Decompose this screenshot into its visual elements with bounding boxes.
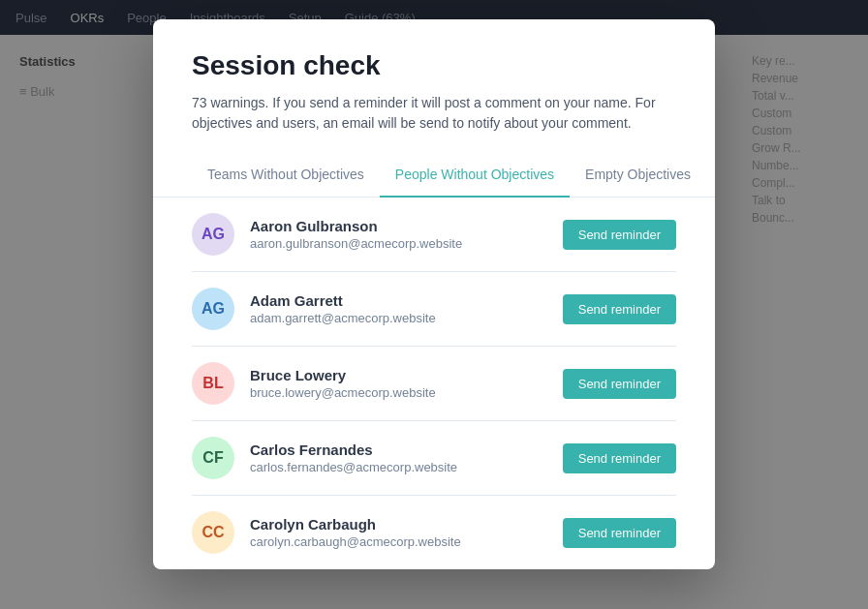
avatar: AG [192,288,234,330]
modal-subtitle: 73 warnings. If you send a reminder it w… [192,93,676,134]
person-row: AG Aaron Gulbranson aaron.gulbranson@acm… [192,198,676,272]
person-row: BL Bruce Lowery bruce.lowery@acmecorp.we… [192,347,676,421]
person-info: Bruce Lowery bruce.lowery@acmecorp.websi… [250,367,547,400]
send-reminder-button[interactable]: Send reminder [563,220,676,250]
person-name: Adam Garrett [250,292,547,309]
person-email: aaron.gulbranson@acmecorp.website [250,236,547,251]
person-info: Carolyn Carbaugh carolyn.carbaugh@acmeco… [250,516,547,549]
tab-people-without-objectives[interactable]: People Without Objectives [380,153,570,198]
people-list: AG Aaron Gulbranson aaron.gulbranson@acm… [153,198,715,569]
tab-empty-objectives[interactable]: Empty Objectives [570,153,706,198]
session-check-modal: Session check 73 warnings. If you send a… [153,19,715,569]
person-row: CF Carlos Fernandes carlos.fernandes@acm… [192,421,676,496]
person-info: Adam Garrett adam.garrett@acmecorp.websi… [250,292,547,325]
person-email: carlos.fernandes@acmecorp.website [250,460,547,474]
person-row: AG Adam Garrett adam.garrett@acmecorp.we… [192,272,676,347]
avatar: BL [192,362,234,405]
person-name: Carlos Fernandes [250,442,547,458]
send-reminder-button[interactable]: Send reminder [563,369,676,399]
avatar: AG [192,213,234,256]
tabs-container: Teams Without Objectives People Without … [153,153,715,198]
person-email: adam.garrett@acmecorp.website [250,311,547,325]
modal-header: Session check 73 warnings. If you send a… [153,19,715,153]
person-info: Aaron Gulbranson aaron.gulbranson@acmeco… [250,218,547,251]
modal-title: Session check [192,50,676,81]
person-email: carolyn.carbaugh@acmecorp.website [250,534,547,549]
send-reminder-button[interactable]: Send reminder [563,518,676,548]
person-email: bruce.lowery@acmecorp.website [250,385,547,400]
person-row: CC Carolyn Carbaugh carolyn.carbaugh@acm… [192,496,676,569]
person-name: Bruce Lowery [250,367,547,383]
person-name: Carolyn Carbaugh [250,516,547,533]
person-info: Carlos Fernandes carlos.fernandes@acmeco… [250,442,547,474]
person-name: Aaron Gulbranson [250,218,547,234]
modal-overlay[interactable]: Session check 73 warnings. If you send a… [0,0,868,609]
send-reminder-button[interactable]: Send reminder [563,443,676,473]
send-reminder-button[interactable]: Send reminder [563,294,676,324]
avatar: CC [192,511,234,554]
tab-teams-without-objectives[interactable]: Teams Without Objectives [192,153,380,198]
avatar: CF [192,437,234,479]
